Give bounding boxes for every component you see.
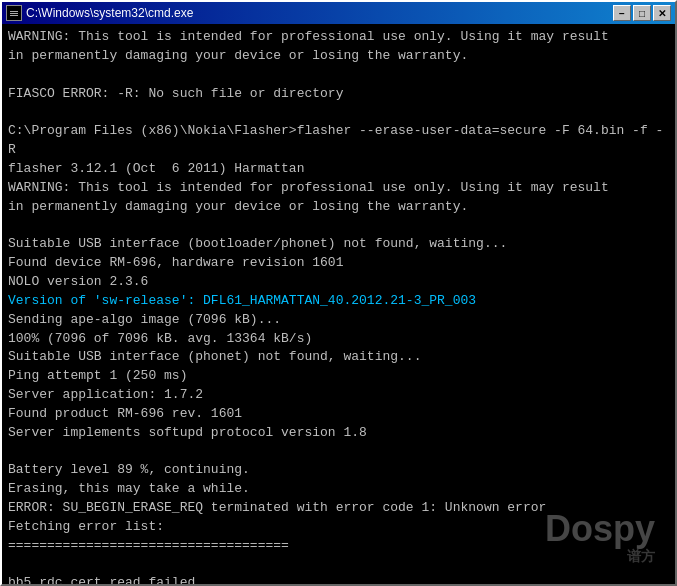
minimize-button[interactable]: − — [613, 5, 631, 21]
app-icon — [6, 5, 22, 21]
title-buttons: − □ ✕ — [613, 5, 671, 21]
svg-rect-3 — [10, 15, 18, 16]
window-title: C:\Windows\system32\cmd.exe — [26, 6, 193, 20]
window: C:\Windows\system32\cmd.exe − □ ✕ WARNIN… — [0, 0, 677, 586]
title-bar: C:\Windows\system32\cmd.exe − □ ✕ — [2, 2, 675, 24]
terminal-text: WARNING: This tool is intended for profe… — [8, 28, 669, 584]
svg-rect-1 — [10, 11, 18, 12]
close-button[interactable]: ✕ — [653, 5, 671, 21]
svg-rect-2 — [10, 13, 18, 14]
terminal-output: WARNING: This tool is intended for profe… — [2, 24, 675, 584]
maximize-button[interactable]: □ — [633, 5, 651, 21]
title-bar-left: C:\Windows\system32\cmd.exe — [6, 5, 193, 21]
